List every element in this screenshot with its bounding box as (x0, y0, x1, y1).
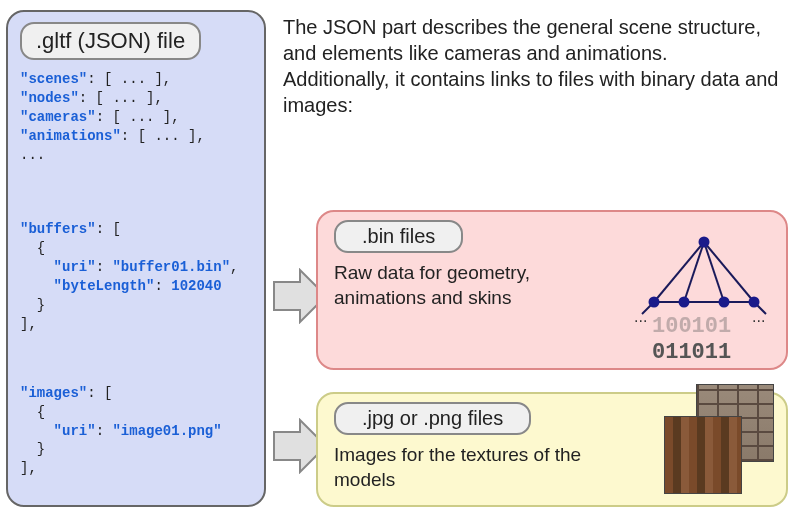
description-text: The JSON part describes the general scen… (283, 14, 788, 118)
geometry-illustration: ... ... 100101 011011 (634, 232, 774, 362)
svg-line-3 (684, 242, 704, 302)
svg-line-2 (654, 242, 704, 302)
svg-text:...: ... (634, 308, 647, 325)
svg-point-12 (649, 297, 660, 308)
svg-point-13 (679, 297, 690, 308)
bin-files-label: .bin files (334, 220, 463, 253)
gltf-json-box: .gltf (JSON) file "scenes": [ ... ], "no… (6, 10, 266, 507)
svg-text:...: ... (752, 308, 765, 325)
svg-text:100101: 100101 (652, 314, 731, 339)
svg-point-14 (719, 297, 730, 308)
texture-illustration (664, 384, 774, 494)
code-block-buffers: "buffers": [ { "uri": "buffer01.bin", "b… (20, 220, 252, 333)
image-files-box: .jpg or .png files Images for the textur… (316, 392, 788, 507)
gltf-json-label: .gltf (JSON) file (20, 22, 201, 60)
wood-texture-icon (664, 416, 742, 494)
svg-point-11 (699, 237, 710, 248)
svg-line-5 (704, 242, 754, 302)
svg-point-15 (749, 297, 760, 308)
code-block-top: "scenes": [ ... ], "nodes": [ ... ], "ca… (20, 70, 252, 164)
svg-text:011011: 011011 (652, 340, 731, 362)
svg-line-4 (704, 242, 724, 302)
bin-files-box: .bin files Raw data for geometry, animat… (316, 210, 788, 370)
code-block-images: "images": [ { "uri": "image01.png" } ], (20, 384, 252, 478)
image-files-label: .jpg or .png files (334, 402, 531, 435)
image-files-description: Images for the textures of the models (334, 443, 624, 492)
bin-files-description: Raw data for geometry, animations and sk… (334, 261, 624, 310)
